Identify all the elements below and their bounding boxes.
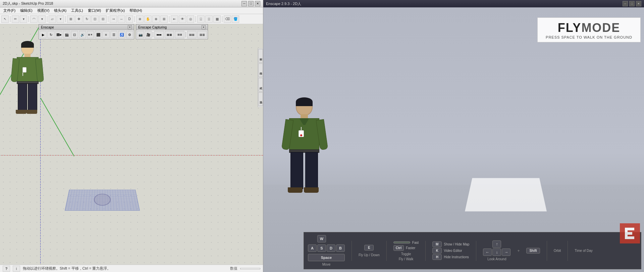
select-tool-btn[interactable]: ↖ <box>1 15 9 23</box>
enscape-capturing-title[interactable]: Enscape Capturing × <box>136 25 208 30</box>
toolbar-separator-4 <box>65 16 66 22</box>
dimension-tool-btn[interactable]: ↔ <box>118 15 125 23</box>
ep-btn-5[interactable]: ⊡ <box>71 31 78 38</box>
position-cam-btn[interactable]: ◎ <box>187 15 194 23</box>
toolbar-separator-6 <box>135 16 135 22</box>
zoom-tool-btn[interactable]: ⊕ <box>152 15 160 23</box>
menu-extensions[interactable]: 扩展程序(x) <box>104 8 127 13</box>
enscape-float-panel: Enscape × ▶ ↻ ⬛▶ 🎬 ⊡ 🔊 ⊕☀ ⬛ ≡ ☰ ♿ ⚙ <box>39 24 134 39</box>
enscape-viewport[interactable]: FLYMODE PRESS SPACE TO WALK ON THE GROUN… <box>263 7 644 272</box>
ep-btn-4[interactable]: 🎬 <box>63 31 70 38</box>
toolbar-separator-9 <box>222 16 222 22</box>
status-info-icon[interactable]: i <box>13 266 20 272</box>
paint-btn[interactable]: 🪣 <box>232 15 239 23</box>
ep-btn-9[interactable]: ≡ <box>102 31 109 38</box>
menu-file[interactable]: 文件(F) <box>1 8 17 13</box>
hud-b-key: B <box>336 244 345 252</box>
sketchup-minimize-btn[interactable]: ─ <box>241 1 247 6</box>
section-plane-btn[interactable]: ⌺ <box>197 15 205 23</box>
toolbar-separator-5 <box>108 16 108 22</box>
enscape-panel-close[interactable]: × <box>128 25 132 29</box>
ep-btn-8[interactable]: ⬛ <box>95 31 102 38</box>
hud-div-5 <box>547 241 547 261</box>
eraser-btn[interactable]: ⌫ <box>224 15 231 23</box>
pencil-dropdown-btn[interactable]: ▾ <box>20 15 27 23</box>
scenes-tab[interactable]: 场景 <box>258 92 263 106</box>
walk-tool-btn[interactable]: ⇤ <box>171 15 178 23</box>
styles-tab[interactable]: 样式 <box>258 78 263 91</box>
shape-dropdown-btn[interactable]: ▾ <box>57 15 64 23</box>
menu-camera[interactable]: 镜头(A) <box>52 8 68 13</box>
components-tab[interactable]: 组件 <box>258 63 263 77</box>
ep-btn-2[interactable]: ↻ <box>47 31 54 38</box>
cap-btn-2[interactable]: 🎥 <box>145 31 152 38</box>
menu-view[interactable]: 视图(V) <box>35 8 52 13</box>
arc-dropdown-btn[interactable]: ▾ <box>38 15 46 23</box>
hud-shift-key: Shift <box>526 248 540 254</box>
ep-btn-7[interactable]: ⊕☀ <box>87 31 94 38</box>
hud-a-key: A <box>308 244 317 252</box>
cap-btn-3[interactable]: ■■■ <box>154 31 164 38</box>
cap-btn-5[interactable]: ⊞⊞ <box>175 31 184 38</box>
enscape-close-btn[interactable]: ✕ <box>636 1 641 6</box>
tape-tool-btn[interactable]: ⊸ <box>110 15 117 23</box>
hud-e-key: E <box>364 245 374 251</box>
ep-btn-10[interactable]: ☰ <box>110 31 117 38</box>
pan-tool-btn[interactable]: ✋ <box>144 15 152 23</box>
enscape-minimize-btn[interactable]: ─ <box>623 1 628 6</box>
ep-btn-1[interactable]: ▶ <box>40 31 47 38</box>
ep-btn-6[interactable]: 🔊 <box>79 31 86 38</box>
pencil-tool-btn[interactable]: ✏ <box>12 15 19 23</box>
arc-tool-btn[interactable]: ◠ <box>30 15 38 23</box>
ep-btn-12[interactable]: ⚙ <box>126 31 133 38</box>
svg-rect-4 <box>625 236 635 239</box>
status-help-icon[interactable]: ? <box>3 266 10 272</box>
section-fill-btn[interactable]: ▦ <box>213 15 221 23</box>
rotate-tool-btn[interactable]: ↻ <box>83 15 91 23</box>
sketchup-close-btn[interactable]: ✕ <box>255 1 260 6</box>
hud-fast-label: Fast <box>412 241 419 244</box>
cap-btn-4[interactable]: ▦▦ <box>165 31 174 38</box>
section-cut-btn[interactable]: ⌻ <box>205 15 213 23</box>
zoomext-tool-btn[interactable]: ⊞ <box>160 15 168 23</box>
move-tool-btn[interactable]: ✥ <box>75 15 83 23</box>
cap-btn-7[interactable]: ▥▥ <box>197 31 207 38</box>
hud-hide-key: H <box>432 254 442 260</box>
materials-tab[interactable]: 材料 <box>258 49 263 62</box>
menu-help[interactable]: 帮助(H) <box>127 8 144 13</box>
lookaround-tool-btn[interactable]: 👁 <box>179 15 186 23</box>
hud-fast-row: Fast <box>393 241 419 244</box>
hud-map-row: M Show / Hide Map <box>432 241 469 247</box>
toolbar-separator-7 <box>169 16 169 22</box>
hud-lookaround-section: ↑ ← ↓ → Look Around <box>483 240 511 261</box>
menu-window[interactable]: 窗口(W) <box>86 8 103 13</box>
enscape-maximize-btn[interactable]: □ <box>629 1 635 6</box>
hud-arrow-up: ↑ <box>492 240 501 248</box>
orbit-tool-btn[interactable]: ⊛ <box>136 15 144 23</box>
status-right: 数值 <box>230 266 260 271</box>
menu-edit[interactable]: 编辑(E) <box>18 8 35 13</box>
sketchup-canvas[interactable]: Enscape × ▶ ↻ ⬛▶ 🎬 ⊡ 🔊 ⊕☀ ⬛ ≡ ☰ ♿ ⚙ Ensc… <box>0 24 263 265</box>
ep-btn-11[interactable]: ♿ <box>118 31 125 38</box>
fly-mode-overlay: FLYMODE PRESS SPACE TO WALK ON THE GROUN… <box>537 17 641 42</box>
sketchup-status-bar: ? i 拖动以进行环绕视察。Shift = 平移，Ctrl = 重力悬浮。 数值 <box>0 265 263 272</box>
cap-btn-1[interactable]: 📷 <box>137 31 144 38</box>
protractor-tool-btn[interactable]: D <box>126 15 133 23</box>
hud-faster-row: Ctrl Faster <box>393 245 416 251</box>
cap-btn-6[interactable]: ▤▤ <box>187 31 197 38</box>
push-pull-btn[interactable]: ⊞ <box>67 15 74 23</box>
offset-tool-btn[interactable]: ⊟ <box>99 15 107 23</box>
shape-tool-btn[interactable]: ▱ <box>49 15 56 23</box>
status-hint-text: 拖动以进行环绕视察。Shift = 平移，Ctrl = 重力悬浮。 <box>23 266 111 271</box>
hud-d-key: D <box>327 244 335 252</box>
enscape-capturing-close[interactable]: × <box>202 25 206 29</box>
value-box[interactable] <box>240 268 260 269</box>
scale-tool-btn[interactable]: ⊡ <box>91 15 99 23</box>
ep-btn-3[interactable]: ⬛▶ <box>55 31 62 38</box>
menu-tools[interactable]: 工具(L) <box>69 8 85 13</box>
sketchup-maximize-btn[interactable]: □ <box>248 1 254 6</box>
hud-flywalk-label: Fly / Walk <box>399 257 414 261</box>
hud-space-key: Space <box>308 254 345 261</box>
svg-rect-2 <box>625 228 635 230</box>
enscape-panel-title[interactable]: Enscape × <box>39 25 134 30</box>
